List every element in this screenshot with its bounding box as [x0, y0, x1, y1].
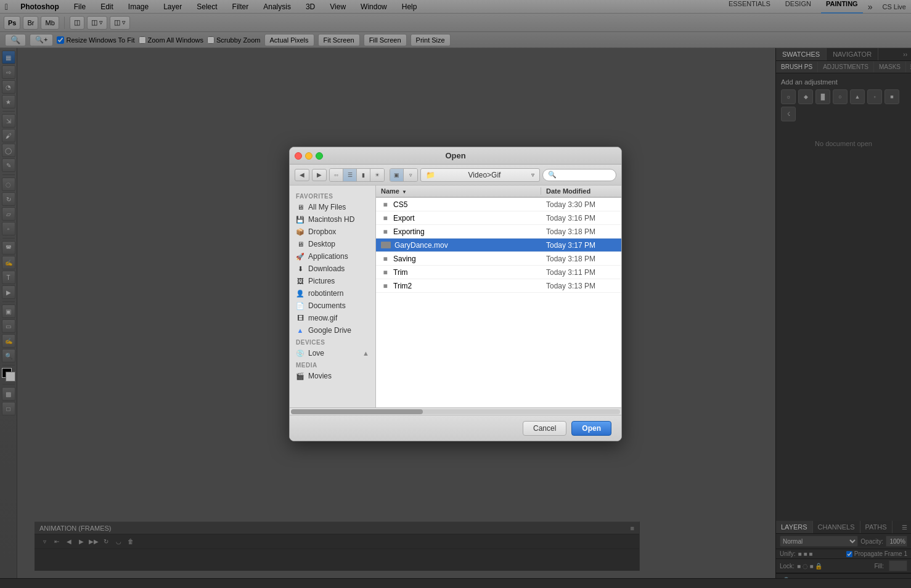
garydance-icon — [381, 242, 391, 248]
file-list: Name Date Modified ■ CS5 Today 3:30 PM — [376, 186, 621, 407]
sidebar-label-movies: Movies — [308, 372, 332, 380]
path-text: Video>Gif — [468, 171, 501, 179]
file-row-export[interactable]: ■ Export Today 3:16 PM — [376, 211, 621, 225]
view-list-btn[interactable]: ☰ — [343, 169, 357, 181]
path-chevron: ▿ — [531, 171, 534, 178]
eject-icon[interactable]: ▲ — [362, 349, 369, 357]
search-box[interactable]: 🔍 — [542, 169, 616, 181]
media-label: MEDIA — [290, 359, 375, 370]
applications-icon — [296, 252, 304, 261]
dialog-toolbar: ◀ ▶ ▫▫ ☰ ▮ ☀ ▣ ▿ 📁 Video>Gif ▿ 🔍 — [290, 165, 621, 186]
downloads-icon — [296, 264, 304, 273]
meowgif-icon — [296, 314, 304, 322]
forward-btn[interactable]: ▶ — [312, 169, 327, 181]
dialog-sidebar: FAVORITES All My Files Macintosh HD Drop… — [290, 186, 376, 407]
sidebar-item-googledrive[interactable]: Google Drive — [290, 324, 375, 337]
open-dialog: Open ◀ ▶ ▫▫ ☰ ▮ ☀ ▣ ▿ 📁 Video>Gif ▿ 🔍 — [289, 147, 622, 441]
sidebar-label-love: Love — [308, 349, 324, 357]
cancel-button[interactable]: Cancel — [523, 421, 566, 436]
view-arrange-down[interactable]: ▿ — [404, 169, 417, 181]
sidebar-label-pictures: Pictures — [308, 277, 335, 285]
file-date-cs5: Today 3:30 PM — [541, 200, 621, 209]
scrollbar-track — [291, 409, 620, 414]
devices-label: DEVICES — [290, 337, 375, 347]
dialog-scrollbar[interactable] — [290, 407, 621, 415]
sidebar-item-love[interactable]: Love ▲ — [290, 347, 375, 359]
file-row-cs5[interactable]: ■ CS5 Today 3:30 PM — [376, 198, 621, 211]
file-name-garydance: GaryDance.mov — [376, 241, 541, 250]
file-date-saving: Today 3:18 PM — [541, 255, 621, 263]
cs5-icon: ■ — [381, 200, 390, 209]
mymac-icon — [296, 203, 304, 211]
filelist-header: Name Date Modified — [376, 186, 621, 198]
close-btn[interactable] — [295, 152, 302, 160]
sidebar-label-applications: Applications — [308, 252, 348, 261]
dialog-overlay: Open ◀ ▶ ▫▫ ☰ ▮ ☀ ▣ ▿ 📁 Video>Gif ▿ 🔍 — [0, 0, 911, 588]
view-arrange-btn[interactable]: ▣ — [390, 169, 404, 181]
sidebar-item-applications[interactable]: Applications — [290, 250, 375, 263]
maximize-btn[interactable] — [316, 152, 323, 160]
sort-arrow — [402, 187, 407, 195]
sidebar-item-allmyfiles[interactable]: All My Files — [290, 201, 375, 213]
view-buttons: ▫▫ ☰ ▮ ☀ — [329, 168, 385, 182]
file-name-cs5: ■ CS5 — [376, 200, 541, 209]
view-coverflow-btn[interactable]: ☀ — [370, 169, 384, 181]
search-input[interactable] — [558, 171, 611, 179]
open-button[interactable]: Open — [571, 421, 611, 436]
robotintern-icon — [296, 289, 304, 298]
scrollbar-thumb[interactable] — [291, 409, 423, 414]
sidebar-label-meowgif: meow.gif — [308, 314, 337, 322]
sidebar-item-pictures[interactable]: Pictures — [290, 275, 375, 287]
export-icon: ■ — [381, 214, 390, 223]
sidebar-label-robotintern: robotintern — [308, 289, 343, 298]
pictures-icon — [296, 277, 304, 285]
sidebar-label-downloads: Downloads — [308, 264, 345, 273]
dialog-titlebar: Open — [290, 147, 621, 165]
movies-icon — [296, 372, 304, 380]
sidebar-item-documents[interactable]: Documents — [290, 300, 375, 312]
sidebar-item-desktop[interactable]: Desktop — [290, 238, 375, 250]
trim2-icon: ■ — [381, 282, 390, 290]
path-icon: 📁 — [426, 171, 435, 179]
file-date-trim2: Today 3:13 PM — [541, 282, 621, 290]
file-date-garydance: Today 3:17 PM — [541, 241, 621, 250]
minimize-btn[interactable] — [305, 152, 313, 160]
sidebar-item-meowgif[interactable]: meow.gif — [290, 312, 375, 324]
file-row-trim2[interactable]: ■ Trim2 Today 3:13 PM — [376, 279, 621, 293]
col-date: Date Modified — [541, 187, 621, 195]
back-btn[interactable]: ◀ — [295, 169, 309, 181]
file-name-trim2: ■ Trim2 — [376, 282, 541, 290]
dialog-footer: Cancel Open — [290, 415, 621, 441]
file-row-saving[interactable]: ■ Saving Today 3:18 PM — [376, 252, 621, 266]
file-name-export: ■ Export — [376, 214, 541, 223]
desktop-icon — [296, 240, 304, 248]
file-date-exporting: Today 3:18 PM — [541, 227, 621, 236]
file-row-trim[interactable]: ■ Trim Today 3:11 PM — [376, 266, 621, 279]
sidebar-item-movies[interactable]: Movies — [290, 370, 375, 382]
file-date-export: Today 3:16 PM — [541, 214, 621, 223]
hd-icon — [296, 215, 304, 224]
sidebar-label-desktop: Desktop — [308, 240, 335, 248]
love-icon — [296, 349, 304, 357]
col-name[interactable]: Name — [376, 187, 541, 195]
file-row-exporting[interactable]: ■ Exporting Today 3:18 PM — [376, 225, 621, 239]
favorites-label: FAVORITES — [290, 190, 375, 201]
view-col-btn[interactable]: ▮ — [357, 169, 370, 181]
view-icon-btn[interactable]: ▫▫ — [330, 169, 343, 181]
sidebar-item-robotintern[interactable]: robotintern — [290, 287, 375, 300]
documents-icon — [296, 301, 304, 310]
file-row-garydance[interactable]: GaryDance.mov Today 3:17 PM — [376, 239, 621, 252]
sidebar-item-downloads[interactable]: Downloads — [290, 263, 375, 275]
sidebar-label-allmyfiles: All My Files — [308, 203, 346, 211]
trim-icon: ■ — [381, 268, 390, 277]
exporting-icon: ■ — [381, 227, 390, 236]
sidebar-label-googledrive: Google Drive — [308, 326, 351, 335]
path-dropdown[interactable]: 📁 Video>Gif ▿ — [420, 168, 540, 182]
traffic-lights — [295, 152, 323, 160]
sidebar-item-macintoshhd[interactable]: Macintosh HD — [290, 213, 375, 226]
sidebar-item-dropbox[interactable]: Dropbox — [290, 226, 375, 238]
file-name-saving: ■ Saving — [376, 255, 541, 263]
file-name-trim: ■ Trim — [376, 268, 541, 277]
dialog-title: Open — [445, 151, 465, 160]
sidebar-label-macintoshhd: Macintosh HD — [308, 215, 354, 224]
